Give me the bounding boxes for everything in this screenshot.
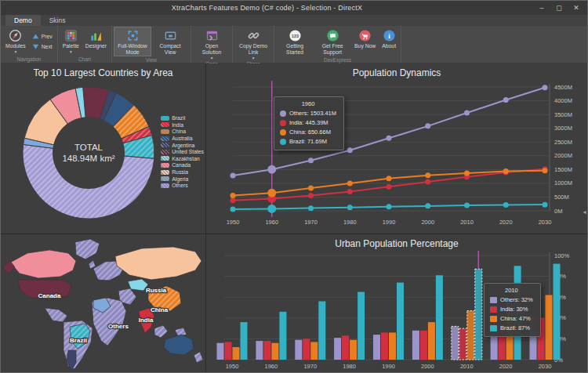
data-point-others-2000[interactable] (425, 123, 430, 129)
data-point-others-1990[interactable] (387, 136, 392, 141)
bar-brazil-1970[interactable] (318, 302, 325, 360)
map-region-canada[interactable] (10, 250, 76, 278)
data-point-others-2030[interactable] (543, 85, 548, 90)
data-point-china-1980[interactable] (347, 180, 353, 186)
data-point-china-1960[interactable] (267, 189, 276, 197)
legend-item-brazil[interactable]: Brazil (161, 115, 204, 121)
bar-brazil-2030[interactable] (554, 264, 561, 360)
legend-item-canada[interactable]: Canada (161, 162, 204, 168)
bar-india-1970[interactable] (303, 339, 310, 360)
compact-view-button[interactable]: Compact View (151, 27, 189, 56)
bar-brazil-2010[interactable] (475, 269, 482, 360)
close-icon[interactable]: ✕ (568, 2, 585, 14)
bar-others-1950[interactable] (217, 343, 224, 360)
open-solution-button[interactable]: Open Solution▾ (193, 27, 230, 60)
getting-started-button[interactable]: 123Getting Started (276, 27, 314, 56)
bar-china-1990[interactable] (389, 332, 396, 360)
bar-china-1960[interactable] (271, 343, 278, 360)
bar-china-1980[interactable] (350, 340, 357, 360)
data-point-others-1980[interactable] (347, 147, 353, 153)
map-region-others[interactable] (154, 325, 168, 338)
legend-item-algeria[interactable]: Algeria (161, 176, 204, 182)
legend-item-china[interactable]: China (161, 129, 204, 135)
buy-now-button[interactable]: Buy Now (351, 27, 379, 56)
legend-item-argentina[interactable]: Argentina (161, 142, 204, 148)
bar-china-2000[interactable] (428, 322, 435, 360)
data-point-brazil-1970[interactable] (308, 205, 314, 211)
about-button[interactable]: iAbout (379, 27, 399, 56)
designer-button[interactable]: Designer (82, 27, 110, 56)
map-region-others[interactable] (45, 308, 67, 322)
full-window-mode-button[interactable]: Full-Window Mode (114, 27, 151, 56)
data-point-china-2030[interactable] (543, 168, 548, 173)
modules-button[interactable]: Modules▾ (2, 27, 29, 56)
data-point-india-1980[interactable] (347, 189, 353, 194)
data-point-others-1960[interactable] (267, 165, 276, 174)
tab-demo[interactable]: Demo (5, 15, 41, 26)
data-point-india-1950[interactable] (230, 197, 236, 203)
bar-others-1970[interactable] (295, 340, 302, 360)
bar-others-2010[interactable] (452, 326, 459, 360)
bar-brazil-1950[interactable] (241, 322, 248, 360)
legend-item-russia[interactable]: Russia (161, 169, 204, 176)
bar-china-1950[interactable] (233, 347, 240, 360)
map-region-others[interactable] (75, 239, 100, 259)
bar-india-1980[interactable] (342, 335, 349, 360)
bar-brazil-2000[interactable] (436, 275, 443, 360)
palette-button[interactable]: Palette▾ (60, 27, 82, 56)
data-point-others-1970[interactable] (308, 158, 314, 163)
data-point-brazil-1960[interactable] (267, 205, 276, 213)
map-region-others[interactable] (194, 352, 203, 363)
tab-skins[interactable]: Skins (41, 15, 74, 26)
data-point-others-1950[interactable] (230, 173, 236, 179)
map-region-others[interactable] (89, 260, 96, 269)
bar-brazil-1980[interactable] (358, 292, 365, 360)
data-point-brazil-1950[interactable] (230, 207, 236, 212)
data-point-brazil-1990[interactable] (387, 204, 392, 209)
get-free-support-button[interactable]: Get Free Support (314, 27, 351, 56)
data-point-brazil-2030[interactable] (543, 202, 548, 208)
data-point-china-1990[interactable] (387, 176, 392, 181)
copy-demo-link-button[interactable]: Copy Demo Link▾ (234, 27, 272, 60)
splitter-collapse-icon[interactable]: ◄ (582, 209, 587, 215)
data-point-china-2000[interactable] (425, 172, 430, 178)
maximize-icon[interactable]: ◻ (550, 2, 568, 14)
bar-brazil-1990[interactable] (397, 283, 404, 360)
data-point-others-2010[interactable] (464, 110, 470, 116)
bar-others-2000[interactable] (412, 331, 419, 360)
next-button[interactable]: Next (32, 43, 53, 50)
bar-india-1990[interactable] (381, 332, 388, 360)
data-point-india-1990[interactable] (387, 184, 392, 190)
data-point-china-2010[interactable] (464, 170, 470, 176)
bar-india-2000[interactable] (420, 331, 427, 360)
bar-china-1970[interactable] (310, 342, 318, 360)
data-point-china-1970[interactable] (308, 185, 314, 190)
bar-others-1980[interactable] (334, 338, 341, 360)
bar-china-2010[interactable] (467, 311, 474, 360)
data-point-china-2020[interactable] (503, 168, 509, 174)
data-point-brazil-2000[interactable] (425, 203, 430, 208)
legend-item-others[interactable]: Others (161, 183, 204, 189)
bar-china-2030[interactable] (546, 295, 553, 360)
map-region-australia[interactable] (164, 335, 194, 355)
legend-item-kazakhstan[interactable]: Kazakhstan (161, 156, 204, 162)
data-point-brazil-2010[interactable] (464, 203, 470, 208)
bar-india-1950[interactable] (225, 342, 232, 360)
data-point-india-2000[interactable] (425, 179, 430, 184)
bar-brazil-1960[interactable] (279, 312, 286, 360)
legend-item-united-states[interactable]: United States (161, 149, 204, 155)
data-point-others-2020[interactable] (503, 97, 509, 103)
bar-others-1960[interactable] (256, 341, 263, 360)
minimize-icon[interactable]: – (533, 2, 550, 14)
data-point-china-1950[interactable] (230, 193, 236, 198)
map-region-russia[interactable] (115, 247, 201, 280)
bar-india-2010[interactable] (459, 328, 466, 360)
data-point-brazil-1980[interactable] (347, 205, 353, 210)
legend-item-australia[interactable]: Australia (161, 136, 204, 142)
data-point-brazil-2020[interactable] (503, 202, 509, 208)
prev-button[interactable]: Prev (32, 33, 53, 40)
data-point-india-1970[interactable] (308, 193, 314, 198)
legend-item-india[interactable]: India (161, 122, 204, 129)
bar-india-1960[interactable] (263, 341, 270, 360)
bar-others-1990[interactable] (373, 335, 380, 360)
